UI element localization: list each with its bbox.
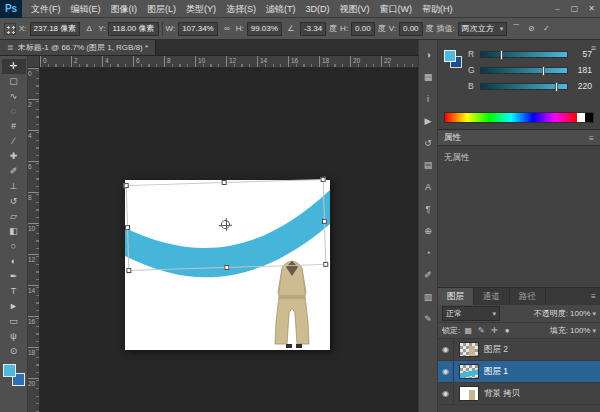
green-slider[interactable] xyxy=(480,67,568,74)
menu-3d[interactable]: 3D(D) xyxy=(301,0,335,18)
foreground-color-indicator[interactable] xyxy=(444,50,456,62)
info-panel-icon[interactable]: i xyxy=(419,88,437,110)
rotate-angle-field[interactable]: -3.34 xyxy=(300,22,326,36)
layer-row-layer1-selected[interactable]: ◉ 图层 1 xyxy=(438,361,600,383)
reference-point-locator-icon[interactable] xyxy=(4,23,16,35)
maximize-button[interactable]: ▢ xyxy=(566,0,583,18)
type-tool[interactable]: T xyxy=(2,284,26,299)
menu-window[interactable]: 窗口(W) xyxy=(375,0,418,18)
h-skew-field[interactable]: 0.00 xyxy=(351,22,375,36)
commit-transform-icon[interactable]: ✓ xyxy=(540,24,552,33)
transform-handle-top-right[interactable] xyxy=(321,177,326,182)
shape-tool[interactable]: ▭ xyxy=(2,314,26,329)
lasso-tool[interactable]: ∿ xyxy=(2,89,26,104)
channels-panel-icon[interactable]: ▥ xyxy=(419,286,437,308)
paragraph-panel-icon[interactable]: ¶ xyxy=(419,198,437,220)
pen-tool[interactable]: ✒ xyxy=(2,269,26,284)
notes-panel-icon[interactable]: ✎ xyxy=(419,308,437,330)
document-tab[interactable]: ≣ 未标题-1 @ 66.7% (图层 1, RGB/8) * xyxy=(0,40,156,55)
hand-tool[interactable]: ψ xyxy=(2,329,26,344)
move-tool[interactable]: ✛ xyxy=(2,59,26,74)
timeline-panel-icon[interactable]: ◔ xyxy=(419,242,437,264)
actions-panel-icon[interactable]: ▶ xyxy=(419,110,437,132)
blend-mode-dropdown[interactable]: 正常 ▾ xyxy=(442,306,500,321)
slider-knob[interactable] xyxy=(542,66,545,76)
link-dimensions-icon[interactable]: ∞ xyxy=(221,24,233,33)
fill-value[interactable]: 100% xyxy=(570,326,590,335)
menu-filter[interactable]: 滤镜(T) xyxy=(261,0,301,18)
lock-transparent-pixels-icon[interactable]: ▦ xyxy=(463,326,473,335)
foreground-color-swatch[interactable] xyxy=(3,364,16,377)
visibility-eye-icon[interactable]: ◉ xyxy=(438,383,454,404)
panel-menu-icon[interactable]: ≡ xyxy=(589,133,594,143)
crop-tool[interactable]: # xyxy=(2,119,26,134)
layer-name[interactable]: 图层 1 xyxy=(484,366,508,378)
marquee-tool[interactable]: ▢ xyxy=(2,74,26,89)
properties-panel-icon[interactable]: ▤ xyxy=(419,154,437,176)
menu-view[interactable]: 视图(V) xyxy=(335,0,375,18)
layer-row-layer2[interactable]: ◉ 图层 2 xyxy=(438,339,600,361)
relative-position-icon[interactable]: Δ xyxy=(83,24,95,33)
eraser-tool[interactable]: ▱ xyxy=(2,209,26,224)
canvas-area[interactable] xyxy=(40,68,418,412)
brush-tool[interactable]: ✐ xyxy=(2,164,26,179)
warp-mode-icon[interactable]: ⌒ xyxy=(510,23,522,34)
history-brush-tool[interactable]: ↺ xyxy=(2,194,26,209)
menu-layer[interactable]: 图层(L) xyxy=(142,0,181,18)
height-scale-field[interactable]: 99.03% xyxy=(247,22,282,36)
ruler-origin-corner[interactable] xyxy=(28,56,40,68)
blue-value[interactable]: 220 xyxy=(572,81,592,91)
width-scale-field[interactable]: 107.34% xyxy=(178,22,218,36)
vertical-ruler[interactable]: 0 2 4 6 8 10 12 14 16 18 20 xyxy=(28,68,40,412)
menu-file[interactable]: 文件(F) xyxy=(26,0,66,18)
lock-image-pixels-icon[interactable]: ✎ xyxy=(476,326,486,335)
fill-control[interactable]: 填充: 100% ▾ xyxy=(550,325,596,336)
gradient-tool[interactable]: ◧ xyxy=(2,224,26,239)
interpolation-dropdown[interactable]: 两次立方 ▾ xyxy=(458,22,508,36)
close-button[interactable]: ✕ xyxy=(583,0,600,18)
slider-knob[interactable] xyxy=(555,82,558,92)
styles-panel-icon[interactable]: ▦ xyxy=(419,66,437,88)
blur-tool[interactable]: ○ xyxy=(2,239,26,254)
menu-image[interactable]: 图像(I) xyxy=(106,0,143,18)
quick-selection-tool[interactable]: ◌ xyxy=(2,104,26,119)
color-spectrum-ramp[interactable] xyxy=(444,112,594,123)
menu-type[interactable]: 类型(Y) xyxy=(181,0,221,18)
clone-source-panel-icon[interactable]: ⊕ xyxy=(419,220,437,242)
layer-name[interactable]: 背景 拷贝 xyxy=(484,388,520,400)
minimize-button[interactable]: – xyxy=(549,0,566,18)
path-selection-tool[interactable]: ► xyxy=(2,299,26,314)
menu-select[interactable]: 选择(S) xyxy=(221,0,261,18)
transform-handle-bottom-left[interactable] xyxy=(126,268,131,273)
spectrum-gradient[interactable] xyxy=(445,113,577,122)
blue-slider[interactable] xyxy=(480,83,568,90)
opacity-value[interactable]: 100% xyxy=(570,309,590,318)
lock-position-icon[interactable]: ✛ xyxy=(489,326,499,335)
transform-handle-bottom-right[interactable] xyxy=(323,262,328,267)
transform-handle-top-left[interactable] xyxy=(124,183,129,188)
character-panel-icon[interactable]: A xyxy=(419,176,437,198)
zoom-tool[interactable]: ⊙ xyxy=(2,344,26,359)
slider-knob[interactable] xyxy=(500,50,503,60)
cancel-transform-icon[interactable]: ⊘ xyxy=(525,24,537,33)
horizontal-ruler[interactable]: 0 2 4 6 8 10 12 14 16 18 20 22 xyxy=(40,56,418,68)
layer-row-background-copy[interactable]: ◉ 背景 拷贝 xyxy=(438,383,600,405)
y-position-field[interactable]: 118.00 像素 xyxy=(108,22,158,36)
transform-bounding-box[interactable] xyxy=(126,179,327,271)
transform-handle-middle-right[interactable] xyxy=(322,219,327,224)
eyedropper-tool[interactable]: ∕ xyxy=(2,134,26,149)
panel-menu-icon[interactable]: ≡ xyxy=(591,288,600,305)
red-value[interactable]: 57 xyxy=(572,49,592,59)
menu-edit[interactable]: 编辑(E) xyxy=(66,0,106,18)
tab-paths[interactable]: 路径 xyxy=(510,288,546,305)
brush-presets-panel-icon[interactable]: ✐ xyxy=(419,264,437,286)
v-skew-field[interactable]: 0.00 xyxy=(399,22,423,36)
transform-handle-middle-left[interactable] xyxy=(125,225,130,230)
dodge-tool[interactable]: ◐ xyxy=(2,254,26,269)
x-position-field[interactable]: 237.18 像素 xyxy=(30,22,81,36)
visibility-eye-icon[interactable]: ◉ xyxy=(438,361,454,382)
spectrum-white-swatch[interactable] xyxy=(577,113,585,122)
transform-center-reference-icon[interactable] xyxy=(221,220,230,229)
healing-brush-tool[interactable]: ✚ xyxy=(2,149,26,164)
transform-handle-top-middle[interactable] xyxy=(222,180,227,185)
